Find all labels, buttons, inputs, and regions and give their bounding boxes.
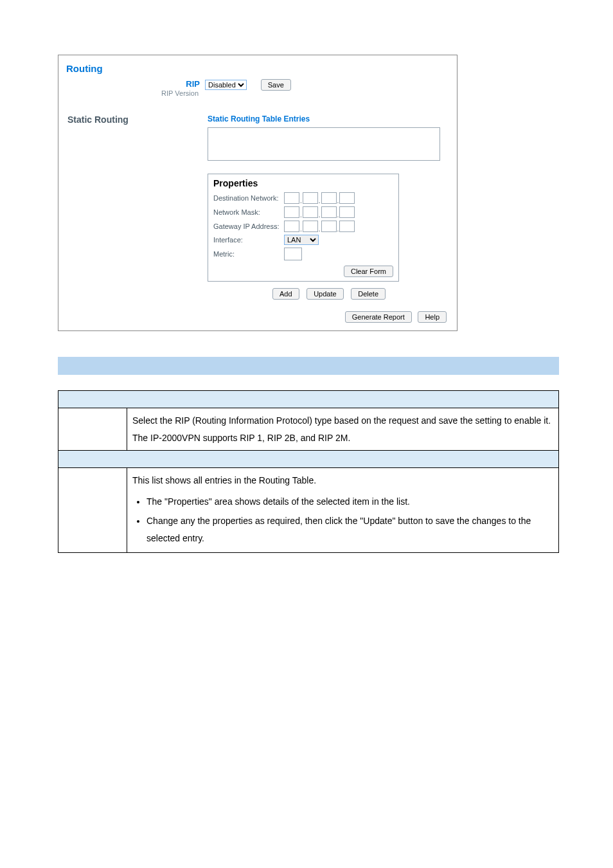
metric-label: Metric: — [213, 250, 284, 258]
mask-octet-3[interactable] — [321, 206, 337, 218]
dest-octet-3[interactable] — [321, 192, 337, 204]
properties-box: Properties Destination Network: . . . Ne… — [208, 174, 399, 282]
static-key-cell — [58, 468, 127, 552]
mask-octet-2[interactable] — [303, 206, 318, 218]
metric-input[interactable] — [284, 248, 302, 260]
routing-entries-list[interactable] — [208, 127, 440, 161]
rip-desc-line1: Select the RIP (Routing Information Prot… — [132, 412, 553, 429]
static-desc-line1: This list shows all entries in the Routi… — [132, 472, 553, 489]
dest-network-label: Destination Network: — [213, 194, 284, 202]
update-button[interactable]: Update — [306, 288, 343, 300]
gw-octet-4[interactable] — [339, 221, 355, 232]
save-button[interactable]: Save — [261, 79, 291, 91]
netmask-label: Network Mask: — [213, 208, 284, 216]
section-band — [58, 357, 559, 375]
static-desc-cell: This list shows all entries in the Routi… — [127, 468, 559, 552]
mask-octet-1[interactable] — [284, 206, 299, 218]
interface-label: Interface: — [213, 236, 284, 244]
panel-title: Routing — [65, 60, 450, 77]
rip-version-label: RIP Version — [161, 89, 200, 97]
add-button[interactable]: Add — [272, 288, 299, 300]
gw-octet-2[interactable] — [303, 221, 318, 232]
description-table: Select the RIP (Routing Information Prot… — [58, 390, 559, 553]
help-button[interactable]: Help — [418, 311, 447, 323]
dest-octet-1[interactable] — [284, 192, 299, 204]
gw-octet-3[interactable] — [321, 221, 337, 232]
mask-octet-4[interactable] — [339, 206, 355, 218]
static-bullet-2: Change any the properties as required, t… — [147, 511, 553, 548]
static-bullet-1: The "Properties" area shows details of t… — [147, 492, 553, 512]
rip-desc-line2: The IP-2000VPN supports RIP 1, RIP 2B, a… — [132, 429, 553, 447]
gateway-label: Gateway IP Address: — [213, 222, 284, 230]
static-routing-header: Static Routing — [65, 114, 208, 125]
clear-form-button[interactable]: Clear Form — [344, 266, 393, 277]
entries-title: Static Routing Table Entries — [208, 114, 450, 125]
generate-report-button[interactable]: Generate Report — [345, 311, 412, 323]
rip-version-select[interactable]: Disabled — [205, 80, 247, 90]
delete-button[interactable]: Delete — [351, 288, 386, 300]
gw-octet-1[interactable] — [284, 221, 299, 232]
routing-panel: Routing RIP RIP Version Disabled Save St… — [58, 55, 458, 331]
static-section-header — [58, 451, 559, 468]
interface-select[interactable]: LAN — [284, 235, 319, 245]
rip-key-cell — [58, 408, 127, 451]
dest-octet-2[interactable] — [303, 192, 318, 204]
rip-label: RIP — [103, 79, 200, 89]
rip-section-header — [58, 391, 559, 408]
dest-octet-4[interactable] — [339, 192, 355, 204]
properties-title: Properties — [213, 178, 393, 191]
rip-desc-cell: Select the RIP (Routing Information Prot… — [127, 408, 559, 451]
